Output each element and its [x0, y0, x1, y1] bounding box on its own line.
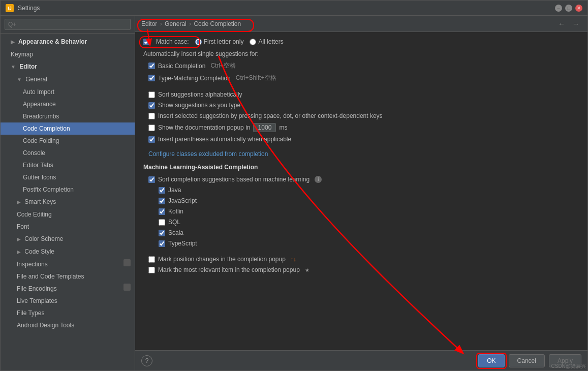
type-matching-label: Type-Matching Completion [158, 75, 231, 82]
match-case-label: Match case: [156, 38, 189, 45]
sidebar-item-code-style[interactable]: ▶ Code Style [1, 245, 135, 258]
ml-kotlin-label: Kotlin [168, 208, 183, 215]
breadcrumb-bar: Editor › General › Code Completion ← → [135, 16, 587, 32]
sidebar-item-editor[interactable]: ▼ Editor [1, 60, 135, 73]
ml-sql-checkbox[interactable] [159, 219, 165, 226]
mark-relevant-row: Mark the most relevant item in the compl… [143, 265, 579, 274]
sidebar-item-code-completion[interactable]: Code Completion [1, 122, 135, 135]
insert-space-label: Insert selected suggestion by pressing s… [158, 112, 383, 119]
ml-kotlin-row: Kotlin [143, 207, 579, 216]
sidebar-item-live-templates[interactable]: Live Templates [1, 295, 135, 307]
radio-first-only[interactable]: First letter only [195, 38, 244, 45]
radio-first-input[interactable] [195, 39, 202, 45]
sidebar-item-inspections[interactable]: Inspections [1, 258, 135, 270]
doc-popup-ms-input[interactable] [253, 123, 276, 132]
maximize-button[interactable]: □ [565, 5, 572, 12]
basic-completion-checkbox[interactable] [148, 63, 155, 69]
auto-insert-label: Automatically insert single suggestions … [143, 50, 579, 57]
sidebar-item-appearance-behavior[interactable]: ▶ Appearance & Behavior [1, 36, 135, 48]
mark-relevant-label: Mark the most relevant item in the compl… [158, 266, 300, 273]
cancel-button[interactable]: Cancel [509, 354, 545, 367]
nav-forward-button[interactable]: → [570, 19, 581, 29]
show-doc-checkbox[interactable] [148, 125, 155, 131]
basic-completion-label: Basic Completion [158, 63, 205, 70]
ml-java-row: Java [143, 186, 579, 195]
main-panel: Editor › General › Code Completion ← → [135, 16, 587, 370]
search-input[interactable] [5, 19, 131, 30]
sidebar-tree: ▶ Appearance & Behavior Keymap ▼ Editor … [1, 34, 135, 370]
mark-position-checkbox[interactable] [148, 256, 155, 263]
sidebar-item-appearance[interactable]: Appearance [1, 98, 135, 110]
sidebar-item-file-encodings[interactable]: File Encodings [1, 283, 135, 295]
ml-kotlin-checkbox[interactable] [159, 208, 165, 215]
breadcrumb-current: Code Completion [194, 20, 241, 27]
sort-alpha-label: Sort suggestions alphabetically [158, 91, 242, 98]
minimize-button[interactable]: – [555, 5, 562, 12]
insert-parens-row: Insert parentheses automatically when ap… [143, 135, 579, 144]
sidebar-item-gutter-icons[interactable]: Gutter Icons [1, 171, 135, 183]
ml-java-checkbox[interactable] [159, 187, 165, 194]
ml-typescript-checkbox[interactable] [159, 240, 165, 247]
ok-button[interactable]: OK [478, 354, 504, 367]
star-icon: ★ [305, 267, 310, 273]
title-bar: IJ Settings – □ ✕ [1, 1, 587, 16]
sidebar-item-file-types[interactable]: File Types [1, 307, 135, 319]
help-button[interactable]: ? [141, 355, 152, 366]
arrow-icon: ▶ [17, 197, 21, 207]
button-bar: ? OK Cancel Apply [135, 350, 587, 370]
ml-section-title: Machine Learning-Assisted Completion [143, 164, 579, 171]
arrow-icon: ▶ [17, 234, 21, 244]
sidebar-item-keymap[interactable]: Keymap [1, 48, 135, 60]
arrow-icon: ▶ [17, 247, 21, 257]
nav-back-button[interactable]: ← [556, 19, 567, 29]
ml-typescript-label: TypeScript [168, 240, 197, 247]
ml-javascript-checkbox[interactable] [159, 198, 165, 204]
ml-java-label: Java [168, 187, 181, 194]
sidebar-item-color-scheme[interactable]: ▶ Color Scheme [1, 233, 135, 245]
ml-scala-checkbox[interactable] [159, 230, 165, 236]
sidebar-item-code-folding[interactable]: Code Folding [1, 135, 135, 147]
sidebar-item-smart-keys[interactable]: ▶ Smart Keys [1, 196, 135, 208]
sidebar-item-breadcrumbs[interactable]: Breadcrumbs [1, 110, 135, 122]
sort-alpha-checkbox[interactable] [148, 91, 155, 98]
match-case-radio-group: First letter only All letters [195, 38, 284, 45]
basic-completion-row: Basic Completion Ctrl+空格 [143, 60, 579, 71]
insert-parens-checkbox[interactable] [148, 136, 155, 143]
ml-sort-checkbox[interactable] [148, 176, 155, 183]
type-matching-checkbox[interactable] [148, 75, 155, 81]
sidebar-item-code-editing[interactable]: Code Editing [1, 208, 135, 221]
radio-all-input[interactable] [250, 39, 256, 45]
arrow-icon: ▶ [11, 37, 15, 47]
ml-scala-label: Scala [168, 229, 183, 236]
ml-javascript-row: JavaScript [143, 196, 579, 205]
window-title: Settings [18, 5, 555, 12]
ml-info-icon[interactable]: i [315, 176, 322, 183]
show-as-type-checkbox[interactable] [148, 102, 155, 109]
sidebar-item-auto-import[interactable]: Auto Import [1, 86, 135, 98]
encodings-badge [123, 284, 131, 291]
sidebar-item-editor-tabs[interactable]: Editor Tabs [1, 159, 135, 171]
sidebar-item-file-code-templates[interactable]: File and Code Templates [1, 270, 135, 283]
sidebar-item-general[interactable]: ▼ General [1, 73, 135, 86]
mark-relevant-checkbox[interactable] [148, 267, 155, 273]
sidebar-item-postfix-completion[interactable]: Postfix Completion [1, 183, 135, 196]
radio-all-letters[interactable]: All letters [250, 38, 283, 45]
position-arrows-icon: ↑↓ [291, 256, 296, 262]
configure-classes-link[interactable]: Configure classes excluded from completi… [148, 150, 268, 158]
sidebar-item-font[interactable]: Font [1, 221, 135, 233]
ml-sql-row: SQL [143, 218, 579, 227]
ml-scala-row: Scala [143, 228, 579, 237]
mark-position-row: Mark position changes in the completion … [143, 255, 579, 264]
show-doc-label: Show the documentation popup in [158, 124, 250, 131]
breadcrumb-sep1: › [160, 20, 164, 27]
breadcrumb-annotation: Editor › General › Code Completion [141, 20, 241, 27]
close-button[interactable]: ✕ [575, 5, 582, 12]
show-as-type-row: Show suggestions as you type [143, 101, 579, 110]
mark-position-label: Mark position changes in the completion … [158, 256, 286, 263]
sort-alpha-row: Sort suggestions alphabetically [143, 90, 579, 99]
match-case-checkbox[interactable] [143, 39, 150, 45]
sidebar-item-android-design-tools[interactable]: Android Design Tools [1, 319, 135, 331]
sidebar-item-console[interactable]: Console [1, 147, 135, 159]
match-case-row: Match case: First letter only All letter… [143, 38, 579, 45]
insert-space-checkbox[interactable] [148, 113, 155, 119]
